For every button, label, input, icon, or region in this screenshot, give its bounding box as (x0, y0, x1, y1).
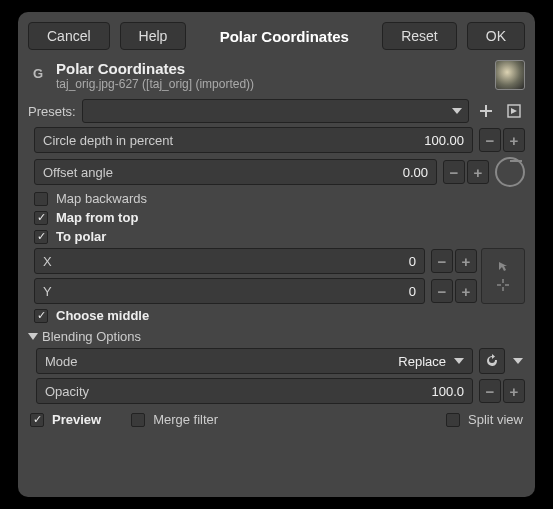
help-button[interactable]: Help (120, 22, 187, 50)
map-backwards-label: Map backwards (56, 191, 147, 206)
opacity-increment[interactable]: + (503, 379, 525, 403)
opacity-row: Opacity 100.0 − + (36, 378, 525, 404)
mode-row: Mode Replace (36, 348, 525, 374)
x-row: X 0 − + (34, 248, 477, 274)
offset-angle-decrement[interactable]: − (443, 160, 465, 184)
to-polar-label: To polar (56, 229, 106, 244)
header: G Polar Coordinates taj_orig.jpg-627 ([t… (28, 60, 525, 91)
dialog-title: Polar Coordinates (196, 28, 372, 45)
preset-add-button[interactable] (475, 100, 497, 122)
circle-depth-row: Circle depth in percent 100.00 − + (34, 127, 525, 153)
offset-angle-field[interactable]: Offset angle 0.00 (34, 159, 437, 185)
dialog-window: Cancel Help Polar Coordinates Reset OK G… (18, 12, 535, 497)
x-label: X (43, 254, 409, 269)
y-field[interactable]: Y 0 (34, 278, 425, 304)
offset-angle-stepper: − + (443, 160, 489, 184)
circle-depth-label: Circle depth in percent (43, 133, 424, 148)
y-row: Y 0 − + (34, 278, 477, 304)
angle-dial[interactable] (495, 157, 525, 187)
x-stepper: − + (431, 249, 477, 273)
opacity-label: Opacity (45, 384, 431, 399)
blending-expander[interactable]: Blending Options (28, 329, 525, 344)
cancel-button[interactable]: Cancel (28, 22, 110, 50)
merge-filter-checkbox[interactable] (131, 413, 145, 427)
plus-icon (479, 104, 493, 118)
x-decrement[interactable]: − (431, 249, 453, 273)
offset-angle-increment[interactable]: + (467, 160, 489, 184)
mode-value: Replace (398, 354, 446, 369)
circle-depth-field[interactable]: Circle depth in percent 100.00 (34, 127, 473, 153)
expander-triangle-icon (28, 333, 38, 340)
reset-icon (484, 353, 500, 369)
xy-group: X 0 − + Y 0 − + (34, 248, 525, 304)
offset-angle-value: 0.00 (403, 165, 428, 180)
opacity-field[interactable]: Opacity 100.0 (36, 378, 473, 404)
header-text: Polar Coordinates taj_orig.jpg-627 ([taj… (56, 60, 254, 91)
offset-angle-row: Offset angle 0.00 − + (34, 157, 525, 187)
image-subtitle: taj_orig.jpg-627 ([taj_orig] (imported)) (56, 77, 254, 91)
y-stepper: − + (431, 279, 477, 303)
to-polar-checkbox[interactable] (34, 230, 48, 244)
xy-picker-panel[interactable] (481, 248, 525, 304)
reset-button[interactable]: Reset (382, 22, 457, 50)
x-field[interactable]: X 0 (34, 248, 425, 274)
filter-name: Polar Coordinates (56, 60, 254, 77)
ok-button[interactable]: OK (467, 22, 525, 50)
preview-label: Preview (52, 412, 101, 427)
chevron-down-icon[interactable] (513, 358, 523, 364)
choose-middle-checkbox[interactable] (34, 309, 48, 323)
chevron-down-icon (454, 358, 464, 364)
mode-dropdown[interactable]: Mode Replace (36, 348, 473, 374)
blending-label: Blending Options (42, 329, 141, 344)
y-decrement[interactable]: − (431, 279, 453, 303)
footer: Preview Merge filter Split view (28, 412, 525, 427)
map-backwards-checkbox[interactable] (34, 192, 48, 206)
preset-menu-button[interactable] (503, 100, 525, 122)
preset-menu-icon (507, 104, 521, 118)
circle-depth-decrement[interactable]: − (479, 128, 501, 152)
circle-depth-increment[interactable]: + (503, 128, 525, 152)
xy-fields: X 0 − + Y 0 − + (34, 248, 477, 304)
presets-row: Presets: (28, 99, 525, 123)
opacity-stepper: − + (479, 379, 525, 403)
map-from-top-row: Map from top (34, 210, 525, 225)
mode-label: Mode (45, 354, 398, 369)
opacity-decrement[interactable]: − (479, 379, 501, 403)
picker-crosshair-icon (496, 278, 510, 292)
y-label: Y (43, 284, 409, 299)
split-view-checkbox[interactable] (446, 413, 460, 427)
opacity-value: 100.0 (431, 384, 464, 399)
map-from-top-checkbox[interactable] (34, 211, 48, 225)
offset-angle-label: Offset angle (43, 165, 403, 180)
x-value: 0 (409, 254, 416, 269)
image-thumbnail[interactable] (495, 60, 525, 90)
top-button-bar: Cancel Help Polar Coordinates Reset OK (28, 22, 525, 50)
presets-dropdown[interactable] (82, 99, 469, 123)
mode-reset-button[interactable] (479, 348, 505, 374)
map-backwards-row: Map backwards (34, 191, 525, 206)
gimp-icon: G (28, 63, 48, 83)
to-polar-row: To polar (34, 229, 525, 244)
picker-cursor-icon (497, 260, 509, 272)
choose-middle-label: Choose middle (56, 308, 149, 323)
circle-depth-value: 100.00 (424, 133, 464, 148)
y-value: 0 (409, 284, 416, 299)
circle-depth-stepper: − + (479, 128, 525, 152)
preview-checkbox[interactable] (30, 413, 44, 427)
split-view-label: Split view (468, 412, 523, 427)
presets-label: Presets: (28, 104, 76, 119)
chevron-down-icon (452, 108, 462, 114)
choose-middle-row: Choose middle (34, 308, 525, 323)
y-increment[interactable]: + (455, 279, 477, 303)
merge-filter-label: Merge filter (153, 412, 218, 427)
map-from-top-label: Map from top (56, 210, 138, 225)
x-increment[interactable]: + (455, 249, 477, 273)
